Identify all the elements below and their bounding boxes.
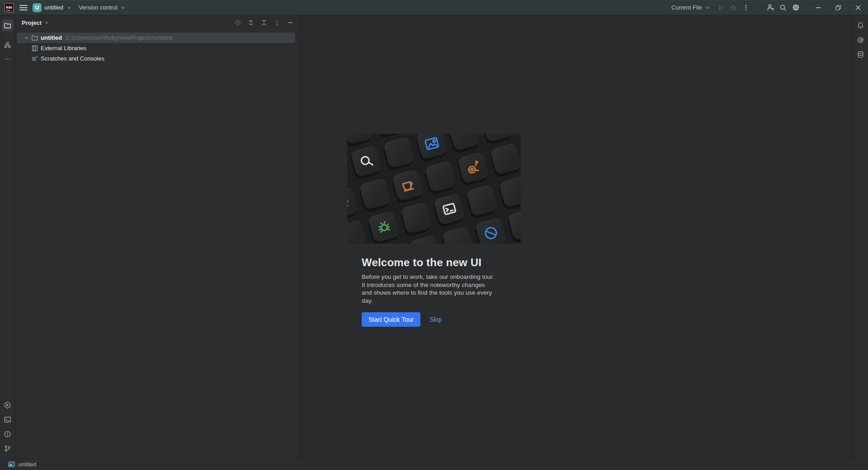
illustration-tile-cup bbox=[392, 169, 424, 201]
illustration-tile-bug bbox=[368, 211, 400, 243]
panel-options-button[interactable] bbox=[272, 18, 282, 28]
chevron-down-icon bbox=[120, 5, 126, 11]
titlebar: RM U untitled Version control Current Fi… bbox=[0, 0, 868, 15]
start-quick-tour-button[interactable]: Start Quick Tour bbox=[362, 312, 420, 327]
services-icon bbox=[4, 401, 11, 409]
library-icon bbox=[31, 45, 39, 52]
tree-row-scratches[interactable]: Scratches and Consoles bbox=[15, 53, 300, 64]
illustration-tile-blank bbox=[347, 219, 367, 244]
chevron-down-icon bbox=[704, 5, 711, 11]
window-close-button[interactable] bbox=[848, 0, 868, 15]
illustration-tile-blank bbox=[383, 136, 415, 169]
debug-button[interactable] bbox=[727, 1, 740, 14]
project-widget[interactable]: U untitled bbox=[30, 1, 75, 14]
git-branch-icon bbox=[4, 445, 11, 452]
expand-all-button[interactable] bbox=[246, 18, 256, 28]
illustration-tile-blocks bbox=[374, 134, 406, 136]
illustration-tile-blank bbox=[425, 160, 457, 193]
scratches-icon bbox=[31, 55, 39, 62]
illustration-tile-blank bbox=[347, 134, 374, 145]
window-minimize-button[interactable] bbox=[808, 0, 828, 15]
welcome-illustration bbox=[347, 134, 521, 244]
gear-icon bbox=[792, 4, 800, 11]
collapse-all-icon bbox=[260, 19, 268, 26]
tree-chevron-icon[interactable] bbox=[23, 35, 31, 41]
welcome-body-line: day. bbox=[362, 297, 537, 305]
illustration-tile-blank bbox=[401, 202, 433, 234]
project-toolwindow: Project bbox=[15, 15, 300, 458]
more-actions-button[interactable] bbox=[740, 1, 752, 14]
run-configuration-label: Current File bbox=[671, 4, 702, 11]
more-toolwindows-button[interactable] bbox=[2, 53, 14, 65]
right-toolstrip bbox=[853, 15, 868, 458]
illustration-tile-blank bbox=[490, 143, 521, 175]
project-tree: untitled C:\Users\User\RubymineProjects\… bbox=[15, 30, 300, 64]
chevron-down-icon bbox=[43, 19, 50, 26]
rubymine-logo-icon: RM bbox=[5, 3, 14, 12]
toolwindow-project-button[interactable] bbox=[2, 19, 14, 31]
illustration-tile-flag bbox=[410, 235, 442, 244]
notifications-button[interactable] bbox=[855, 19, 867, 31]
statusbar-project-widget[interactable]: untitled bbox=[7, 459, 37, 470]
welcome-body: Before you get to work, take our onboard… bbox=[362, 273, 537, 305]
search-everywhere-button[interactable] bbox=[777, 1, 789, 14]
ai-assistant-button[interactable] bbox=[855, 34, 867, 46]
search-icon bbox=[779, 4, 787, 11]
project-avatar: U bbox=[33, 3, 42, 12]
ai-swirl-icon bbox=[857, 36, 864, 44]
statusbar-project-label: untitled bbox=[18, 461, 36, 468]
toolwindow-terminal-button[interactable] bbox=[2, 414, 14, 425]
main-menu-button[interactable] bbox=[17, 1, 30, 14]
run-configuration-widget[interactable]: Current File bbox=[668, 1, 714, 14]
chevron-down-icon bbox=[66, 5, 72, 11]
welcome-body-line: Before you get to work, take our onboard… bbox=[362, 273, 537, 281]
project-name: untitled bbox=[44, 4, 63, 11]
illustration-tile-image bbox=[416, 134, 448, 160]
welcome-panel: Welcome to the new UI Before you get to … bbox=[347, 134, 537, 327]
database-button[interactable] bbox=[855, 48, 867, 60]
terminal-icon bbox=[4, 416, 11, 423]
locate-file-button[interactable] bbox=[233, 18, 243, 28]
toolwindow-services-button[interactable] bbox=[2, 399, 14, 411]
more-horizontal-icon bbox=[4, 56, 11, 63]
illustration-tile-blank bbox=[377, 243, 409, 244]
tree-item-label: untitled bbox=[41, 34, 62, 41]
illustration-tile-blank bbox=[347, 154, 349, 186]
structure-icon bbox=[4, 41, 11, 49]
locate-target-icon bbox=[234, 19, 241, 26]
window-restore-button[interactable] bbox=[828, 0, 848, 15]
illustration-tile-blank bbox=[442, 226, 474, 244]
folder-icon bbox=[4, 22, 11, 29]
illustration-tile-ban bbox=[475, 217, 507, 244]
illustration-tile-blank bbox=[508, 208, 521, 240]
illustration-tile-blank bbox=[499, 175, 521, 207]
tree-row-external-libraries[interactable]: External Libraries bbox=[15, 43, 300, 53]
statusbar: untitled bbox=[0, 458, 868, 470]
play-icon bbox=[717, 4, 724, 11]
settings-button[interactable] bbox=[789, 1, 802, 14]
welcome-title: Welcome to the new UI bbox=[362, 256, 537, 269]
illustration-tile-blank bbox=[481, 134, 514, 142]
collapse-all-button[interactable] bbox=[259, 18, 269, 28]
problems-icon bbox=[4, 430, 11, 438]
vcs-label: Version control bbox=[79, 4, 118, 11]
welcome-body-line: and shows where to find the tools you us… bbox=[362, 289, 537, 297]
run-button[interactable] bbox=[714, 1, 727, 14]
tree-row-project-root[interactable]: untitled C:\Users\User\RubymineProjects\… bbox=[15, 33, 300, 43]
welcome-illustration-grid bbox=[347, 134, 521, 244]
toolwindow-problems-button[interactable] bbox=[2, 428, 14, 440]
vcs-widget[interactable]: Version control bbox=[75, 1, 130, 14]
code-with-me-button[interactable] bbox=[764, 1, 777, 14]
toolwindow-structure-button[interactable] bbox=[2, 39, 14, 51]
hamburger-icon bbox=[19, 5, 28, 11]
user-plus-icon bbox=[767, 4, 774, 11]
toolstrip-separator bbox=[3, 35, 12, 35]
toolwindow-vcs-button[interactable] bbox=[2, 442, 14, 454]
illustration-tile-blank bbox=[516, 241, 521, 244]
close-icon bbox=[855, 5, 861, 11]
panel-title[interactable]: Project bbox=[22, 19, 42, 26]
bug-icon bbox=[730, 4, 737, 11]
skip-link[interactable]: Skip bbox=[429, 316, 442, 323]
hide-panel-button[interactable] bbox=[285, 18, 295, 28]
folder-icon bbox=[31, 34, 39, 42]
